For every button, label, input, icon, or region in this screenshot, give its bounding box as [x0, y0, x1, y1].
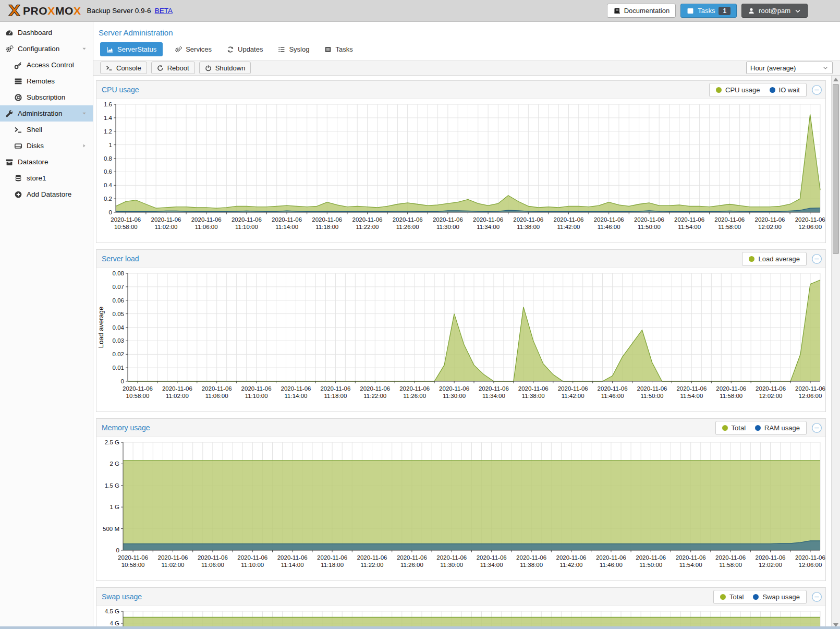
svg-text:2020-11-06: 2020-11-06 [558, 385, 588, 392]
svg-text:2020-11-06: 2020-11-06 [756, 554, 786, 561]
power-icon [205, 65, 212, 71]
svg-text:11:34:00: 11:34:00 [477, 224, 500, 230]
collapse-panel-icon[interactable] [811, 422, 822, 433]
svg-text:2020-11-06: 2020-11-06 [436, 554, 467, 561]
sidebar-item-subscription[interactable]: Subscription [0, 89, 93, 105]
beta-link[interactable]: BETA [155, 7, 173, 15]
panel-body: 0500 M1 G1.5 G2 G2.5 G2020-11-0610:58:00… [96, 437, 825, 581]
tab-syslog[interactable]: Syslog [275, 42, 312, 56]
svg-text:2020-11-06: 2020-11-06 [795, 554, 825, 561]
legend-item-total: Total [720, 593, 744, 601]
svg-text:2020-11-06: 2020-11-06 [674, 216, 704, 223]
svg-text:2020-11-06: 2020-11-06 [714, 216, 745, 223]
documentation-button[interactable]: Documentation [607, 4, 676, 18]
sidebar-item-add-datastore[interactable]: Add Datastore [0, 186, 93, 202]
user-icon [748, 7, 755, 15]
svg-text:2020-11-06: 2020-11-06 [676, 554, 706, 561]
tasklist-icon [324, 46, 332, 53]
tasks-button[interactable]: Tasks 1 [680, 4, 737, 18]
sidebar-item-label: Add Datastore [27, 190, 71, 198]
chart-swap-usage: 0500 M1 G1.5 G2 G2.5 G3 G3.5 G4 G4.5 G20… [96, 606, 825, 629]
svg-text:11:54:00: 11:54:00 [679, 562, 702, 568]
svg-text:11:26:00: 11:26:00 [403, 393, 426, 399]
sidebar-item-store1[interactable]: store1 [0, 170, 93, 186]
svg-text:2020-11-06: 2020-11-06 [191, 216, 222, 223]
scrollbar-thumb[interactable] [833, 84, 839, 254]
svg-text:4 G: 4 G [109, 620, 119, 626]
svg-text:11:18:00: 11:18:00 [315, 224, 338, 230]
sidebar-item-dashboard[interactable]: Dashboard [0, 25, 93, 41]
svg-text:2020-11-06: 2020-11-06 [360, 385, 390, 392]
chart-legend: TotalRAM usage [715, 421, 807, 435]
svg-text:11:30:00: 11:30:00 [440, 562, 463, 568]
panel-header: Server loadLoad average [96, 250, 825, 268]
chevron-down-icon[interactable] [81, 46, 87, 52]
timeframe-select[interactable]: Hour (average) [746, 62, 833, 74]
panel-body: 00.010.020.030.040.050.060.070.082020-11… [96, 268, 825, 412]
svg-text:10:58:00: 10:58:00 [126, 393, 150, 399]
sidebar-item-access-control[interactable]: Access Control [0, 57, 93, 73]
sidebar-item-remotes[interactable]: Remotes [0, 73, 93, 89]
svg-text:10:58:00: 10:58:00 [114, 224, 138, 230]
tab-tasks[interactable]: Tasks [321, 42, 356, 56]
sidebar-item-disks[interactable]: Disks [0, 138, 93, 154]
collapse-panel-icon[interactable] [811, 591, 822, 602]
sidebar-item-datastore[interactable]: Datastore [0, 154, 93, 170]
sidebar-item-configuration[interactable]: Configuration [0, 41, 93, 57]
svg-text:0.03: 0.03 [113, 337, 124, 344]
user-menu-button[interactable]: root@pam [741, 4, 808, 18]
sidebar-nav: DashboardConfigurationAccess ControlRemo… [0, 22, 93, 629]
svg-text:2020-11-06: 2020-11-06 [513, 216, 543, 223]
key-icon [14, 61, 22, 69]
tab-services[interactable]: Services [172, 42, 215, 56]
chevron-down-icon[interactable] [81, 111, 87, 116]
svg-text:2020-11-06: 2020-11-06 [634, 216, 664, 223]
svg-text:11:50:00: 11:50:00 [638, 224, 661, 230]
sidebar-item-shell[interactable]: Shell [0, 122, 93, 138]
svg-text:11:38:00: 11:38:00 [522, 393, 545, 399]
reboot-button[interactable]: Reboot [151, 62, 195, 74]
svg-text:11:50:00: 11:50:00 [641, 393, 664, 399]
console-button[interactable]: Console [100, 62, 147, 74]
svg-text:11:42:00: 11:42:00 [557, 224, 580, 230]
svg-text:11:22:00: 11:22:00 [361, 562, 384, 568]
svg-text:0: 0 [121, 378, 124, 384]
svg-text:2020-11-06: 2020-11-06 [473, 216, 503, 223]
legend-item-cpu-usage: CPU usage [716, 86, 760, 94]
support-icon [14, 93, 22, 102]
svg-text:11:42:00: 11:42:00 [562, 393, 585, 399]
svg-text:0.06: 0.06 [113, 297, 124, 304]
svg-text:12:02:00: 12:02:00 [759, 562, 782, 568]
svg-text:2020-11-06: 2020-11-06 [676, 385, 707, 392]
sidebar-item-label: Configuration [18, 45, 59, 53]
svg-text:2020-11-06: 2020-11-06 [118, 554, 148, 561]
panel-body: 0500 M1 G1.5 G2 G2.5 G3 G3.5 G4 G4.5 G20… [96, 606, 825, 629]
chart-legend: Load average [742, 252, 807, 266]
top-bar: PROXMOX Backup Server 0.9-6 BETA Documen… [0, 0, 840, 22]
legend-item-total: Total [722, 424, 746, 432]
dashboard-icon [5, 29, 14, 37]
remotes-icon [14, 77, 22, 86]
svg-text:2020-11-06: 2020-11-06 [556, 554, 587, 561]
svg-text:2020-11-06: 2020-11-06 [477, 554, 507, 561]
svg-text:2020-11-06: 2020-11-06 [554, 216, 584, 223]
panel-header: Swap usageTotalSwap usage [96, 588, 825, 606]
svg-text:2020-11-06: 2020-11-06 [433, 216, 463, 223]
sidebar-item-administration[interactable]: Administration [0, 105, 93, 122]
legend-dot [749, 256, 754, 262]
svg-text:1.2: 1.2 [104, 128, 112, 135]
svg-text:2.5 G: 2.5 G [105, 439, 119, 445]
scroll-up-arrow[interactable] [833, 78, 838, 81]
svg-text:11:54:00: 11:54:00 [678, 224, 701, 230]
tab-updates[interactable]: Updates [224, 42, 266, 56]
chart-memory-usage: 0500 M1 G1.5 G2 G2.5 G2020-11-0610:58:00… [96, 437, 825, 581]
collapse-panel-icon[interactable] [811, 84, 822, 95]
wrench-icon [5, 110, 14, 118]
chart-legend: CPU usageIO wait [709, 83, 807, 97]
vertical-scrollbar[interactable] [831, 76, 840, 629]
collapse-panel-icon[interactable] [811, 253, 822, 264]
tab-serverstatus[interactable]: ServerStatus [100, 42, 163, 56]
sidebar-item-label: Subscription [27, 93, 65, 101]
svg-text:0.08: 0.08 [113, 270, 124, 276]
shutdown-button[interactable]: Shutdown [199, 62, 251, 74]
